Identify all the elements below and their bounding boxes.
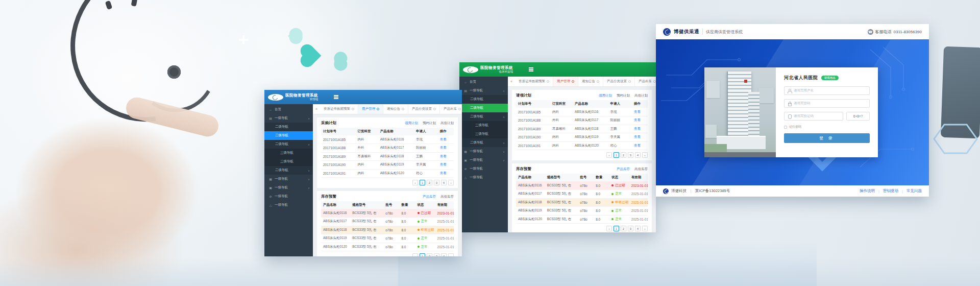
sidebar-item-nav1[interactable]: 一级导航 <box>459 173 508 182</box>
sidebar-item-nav1[interactable]: 一级导航 <box>459 156 508 164</box>
next-page-button[interactable]: › <box>448 180 454 185</box>
link-highvalue-stock[interactable]: 高值库存 <box>634 167 648 172</box>
col-header: 产品名称 <box>516 174 545 181</box>
tab-notice[interactable]: 通知公告 <box>578 77 603 86</box>
page-button[interactable]: 3 <box>628 226 633 231</box>
captcha-input[interactable]: 请填写验证码 <box>784 112 843 121</box>
sidebar-item-nav1[interactable]: 一级导航 <box>459 86 508 95</box>
username-input[interactable]: 请填写用户名 <box>784 86 870 95</box>
tab-user-mgmt[interactable]: 用户管理 <box>553 77 578 86</box>
sidebar-item-nav2[interactable]: 二级导航 <box>264 123 313 131</box>
link-usage-plan[interactable]: 领用计划 <box>599 93 612 98</box>
prev-page-button[interactable]: ‹ <box>412 253 418 256</box>
page-button[interactable]: 2 <box>621 226 626 231</box>
tab-cert-warning[interactable]: 资质证件效期预警 <box>320 104 358 114</box>
link-highvalue-stock[interactable]: 高值库存 <box>440 195 454 199</box>
sidebar-item-nav1[interactable]: 一级导航 <box>459 164 508 173</box>
sidebar-item-home[interactable]: 首页 <box>459 78 508 86</box>
view-link[interactable]: 查看 <box>634 110 641 113</box>
view-link[interactable]: 查看 <box>440 146 447 149</box>
tab-category[interactable]: 产品分类设置 <box>408 104 440 114</box>
menu-toggle-icon[interactable] <box>529 67 533 68</box>
tab-category[interactable]: 产品分类设置 <box>603 77 635 86</box>
sidebar-item-nav2-active[interactable]: 二级导航 <box>459 104 508 112</box>
collapse-tabs-icon[interactable] <box>313 104 320 114</box>
inventory-row: ABS床头柜0120BCS33型 5孔 右o78o8.0正常2025-01-01 <box>321 243 454 251</box>
link-usage-plan[interactable]: 领用计划 <box>405 121 418 126</box>
sidebar-item-nav3[interactable]: 三级导航 <box>459 130 508 138</box>
next-page-button[interactable]: › <box>448 253 454 256</box>
sidebar-item-nav3[interactable]: 三级导航 <box>264 157 313 166</box>
pagination: ‹ 1 2 3 4 › <box>321 253 454 256</box>
sidebar-item-nav1[interactable]: 一级导航 <box>264 201 313 209</box>
prev-page-button[interactable]: ‹ <box>606 152 612 158</box>
page-button[interactable]: 4 <box>635 226 641 231</box>
prev-page-button[interactable]: ‹ <box>412 180 418 185</box>
col-header: 批号 <box>383 201 399 209</box>
page-button[interactable]: 4 <box>635 152 641 158</box>
link-manual[interactable]: 操作说明 <box>860 188 875 194</box>
sidebar-item-nav1[interactable]: 一级导航 <box>264 192 313 201</box>
page-button[interactable]: 3 <box>434 253 439 256</box>
tab-outbound[interactable]: 产品出库 <box>635 77 656 86</box>
next-page-button[interactable]: › <box>642 226 648 231</box>
page-button[interactable]: 3 <box>628 152 633 158</box>
sidebar-item-home[interactable]: 首页 <box>264 105 313 114</box>
link-product-stock[interactable]: 产品库存 <box>617 167 630 172</box>
sidebar-item-nav1[interactable]: 一级导航 <box>264 114 313 123</box>
remember-password[interactable]: 记住密码 <box>784 125 870 129</box>
view-link[interactable]: 查看 <box>440 154 447 158</box>
page-button[interactable]: 1 <box>420 253 425 256</box>
view-link[interactable]: 查看 <box>634 135 641 138</box>
sidebar-item-nav3[interactable]: 三级导航 <box>459 121 508 130</box>
page-button[interactable]: 2 <box>427 180 432 185</box>
plan-row: 20171001A190内科ABS床头柜0119李天翼查看 <box>516 133 648 142</box>
next-page-button[interactable]: › <box>642 152 648 158</box>
captcha-question[interactable]: 6+8=? <box>846 112 870 121</box>
view-link[interactable]: 查看 <box>634 144 641 147</box>
link-key-driver[interactable]: 密钥驱动 <box>883 188 898 194</box>
view-link[interactable]: 查看 <box>440 171 447 175</box>
tab-cert-warning[interactable]: 资质证件效期预警 <box>515 77 553 86</box>
sidebar-item-nav1[interactable]: 一级导航 <box>459 147 508 156</box>
col-header: 数量 <box>594 174 609 181</box>
tab-notice[interactable]: 通知公告 <box>383 104 408 114</box>
view-link[interactable]: 查看 <box>634 118 641 122</box>
sidebar-item-nav2[interactable]: 二级导航 <box>264 166 313 175</box>
collapse-tabs-icon[interactable] <box>508 77 515 86</box>
view-link[interactable]: 查看 <box>634 127 641 130</box>
sidebar-item-nav2[interactable]: 二级导航 <box>459 138 508 147</box>
sidebar-item-nav2-active[interactable]: 二级导航 <box>264 131 313 140</box>
sidebar: 首页 一级导航 二级导航 二级导航 二级导航 三级导航 三级导航 二级导航 一级… <box>459 77 508 232</box>
password-input[interactable]: 请填写密码 <box>784 99 870 108</box>
link-highvalue-plan[interactable]: 高值计划 <box>440 121 454 126</box>
prev-page-button[interactable]: ‹ <box>606 226 612 231</box>
page-button[interactable]: 4 <box>441 253 447 256</box>
sidebar-item-nav1[interactable]: 一级导航 <box>264 175 313 183</box>
page-button[interactable]: 4 <box>441 180 447 185</box>
link-faq[interactable]: 常见问题 <box>906 188 922 194</box>
tab-outbound[interactable]: 产品出库 <box>440 104 462 114</box>
page-button[interactable]: 3 <box>434 180 439 185</box>
view-link[interactable]: 查看 <box>440 137 447 141</box>
tab-user-mgmt[interactable]: 用户管理 <box>358 104 383 114</box>
login-button[interactable]: 登 录 <box>784 133 870 143</box>
sidebar-item-nav2[interactable]: 二级导航 <box>459 95 508 104</box>
link-highvalue-plan[interactable]: 高值计划 <box>634 93 648 98</box>
page-button[interactable]: 1 <box>614 226 619 231</box>
page-button[interactable]: 2 <box>621 152 626 158</box>
sidebar-item-nav3[interactable]: 三级导航 <box>264 149 313 157</box>
sidebar-item-nav2[interactable]: 二级导航 <box>459 112 508 121</box>
hospital-badge: 请领用品 <box>821 76 839 81</box>
sidebar-item-nav1[interactable]: 一级导航 <box>264 183 313 192</box>
link-reserve-plan[interactable]: 预约计划 <box>617 93 630 98</box>
page-button[interactable]: 1 <box>420 180 425 185</box>
view-link[interactable]: 查看 <box>440 162 447 166</box>
link-product-stock[interactable]: 产品库存 <box>423 195 436 199</box>
menu-toggle-icon[interactable] <box>334 95 338 96</box>
page-button[interactable]: 1 <box>614 152 619 158</box>
checkbox-icon[interactable] <box>784 126 787 129</box>
sidebar-item-nav2[interactable]: 二级导航 <box>264 140 313 149</box>
page-button[interactable]: 2 <box>427 253 432 256</box>
link-reserve-plan[interactable]: 预约计划 <box>423 121 436 126</box>
